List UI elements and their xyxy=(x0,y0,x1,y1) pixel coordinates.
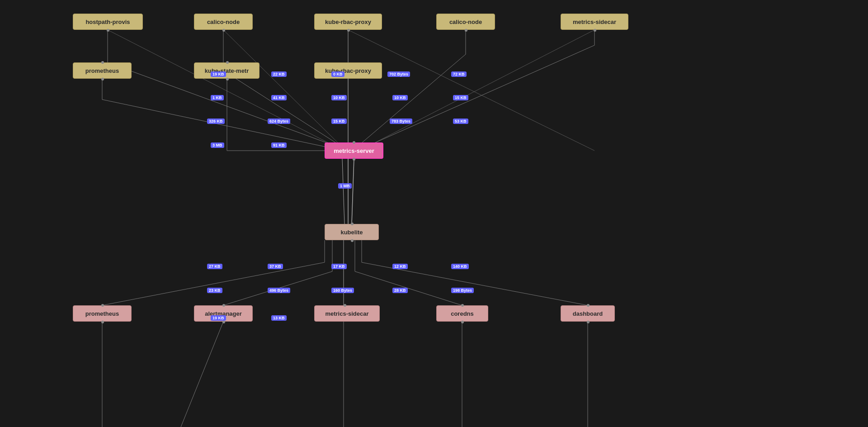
edge-label-22kb: 22 KB xyxy=(271,71,287,77)
node-metrics-sidecar-top[interactable]: metrics-sidecar xyxy=(561,14,628,30)
node-calico-node-top[interactable]: calico-node xyxy=(194,14,253,30)
edge-label-13kb: 13 KB xyxy=(271,315,287,321)
svg-line-23 xyxy=(355,271,462,305)
port-calico-top-bot xyxy=(222,29,225,32)
node-metrics-server[interactable]: metrics-server xyxy=(325,142,383,159)
edge-label-140kb: 140 KB xyxy=(451,264,469,269)
port-kube-rbac-top-bot xyxy=(347,29,350,32)
edge-label-17kb: 17 KB xyxy=(331,264,347,269)
node-label: dashboard xyxy=(573,310,603,317)
node-hostpath-provis[interactable]: hostpath-provis xyxy=(73,14,143,30)
edge-label-15kb-1: 15 KB xyxy=(453,95,468,100)
node-label: coredns xyxy=(451,310,474,317)
port-calico-top2-bot xyxy=(465,29,467,32)
svg-line-3 xyxy=(223,71,348,151)
node-kube-state-metr[interactable]: kube-state-metr xyxy=(194,62,259,79)
node-kube-rbac-proxy-top[interactable]: kube-rbac-proxy xyxy=(314,14,382,30)
port-coredns-bot xyxy=(461,321,464,323)
node-label: kubelite xyxy=(340,229,363,236)
node-label: hostpath-provis xyxy=(85,19,130,25)
edge-label-41kb: 41 KB xyxy=(271,95,287,100)
svg-line-26 xyxy=(348,30,594,151)
edge-label-23kb: 23 KB xyxy=(207,288,222,293)
node-label: kube-rbac-proxy xyxy=(325,19,371,25)
node-label: metrics-server xyxy=(334,147,374,154)
port-kube-state-bot xyxy=(226,78,229,81)
node-kubelite[interactable]: kubelite xyxy=(325,224,379,240)
node-label: metrics-sidecar xyxy=(325,310,368,317)
port-metrics-sidecar-top-bot xyxy=(594,29,596,32)
edge-label-198bytes: 198 Bytes xyxy=(451,288,474,293)
node-dashboard[interactable]: dashboard xyxy=(561,305,615,322)
svg-line-29 xyxy=(223,30,346,151)
edge-label-15kb-2: 15 KB xyxy=(331,119,347,124)
edge-label-10kb-1: 10 KB xyxy=(331,95,347,100)
svg-line-32 xyxy=(181,322,223,427)
port-metrics-sidecar-bot-top xyxy=(344,304,346,307)
port-dashboard-top xyxy=(587,304,590,307)
port-prometheus-bot-bot xyxy=(101,321,104,323)
node-prometheus-bot[interactable]: prometheus xyxy=(73,305,132,322)
edge-label-12kb: 12 KB xyxy=(392,264,408,269)
node-metrics-sidecar-bot[interactable]: metrics-sidecar xyxy=(314,305,380,322)
node-label: prometheus xyxy=(85,310,119,317)
port-kube-state-top xyxy=(226,61,229,64)
port-prometheus-bot-top xyxy=(101,304,104,307)
node-label: prometheus xyxy=(85,67,119,74)
svg-line-14 xyxy=(352,159,354,224)
node-label: metrics-sidecar xyxy=(573,19,616,25)
edge-label-326kb: 326 KB xyxy=(207,119,225,124)
node-label: calico-node xyxy=(449,19,482,25)
edge-label-160bytes: 160 Bytes xyxy=(331,288,354,293)
edge-label-496bytes: 496 Bytes xyxy=(268,288,290,293)
node-label: calico-node xyxy=(207,19,240,25)
edge-label-72kb: 72 KB xyxy=(451,71,467,77)
edge-label-3mb: 3 MB xyxy=(211,142,224,148)
edge-label-27kb: 27 KB xyxy=(207,264,222,269)
node-calico-node-top2[interactable]: calico-node xyxy=(436,14,495,30)
port-prometheus-top-bot xyxy=(101,78,104,81)
edge-label-1kb: 1 KB xyxy=(211,95,224,100)
edge-label-10kb-2: 10 KB xyxy=(392,95,408,100)
edge-label-19kb-bot: 19 KB xyxy=(211,315,226,321)
edge-label-19kb: 19 KB xyxy=(211,71,226,77)
port-alertmanager-bot xyxy=(222,321,225,323)
port-hostpath-provis-bot xyxy=(107,29,109,32)
port-alertmanager-top xyxy=(222,304,225,307)
edge-label-53kb: 53 KB xyxy=(453,119,468,124)
port-metrics-server-top xyxy=(353,141,355,144)
port-coredns-top xyxy=(461,304,464,307)
port-dashboard-bot xyxy=(587,321,590,323)
edge-label-624bytes: 624 Bytes xyxy=(268,119,290,124)
edge-label-37kb: 37 KB xyxy=(268,264,283,269)
port-kubelite-top xyxy=(351,223,354,225)
edge-label-1mb: 1 MB xyxy=(338,183,352,189)
edge-label-783bytes: 783 Bytes xyxy=(390,119,412,124)
port-metrics-server-bot xyxy=(353,158,355,161)
svg-line-30 xyxy=(359,30,594,151)
port-kubelite-bot xyxy=(351,239,354,242)
node-prometheus-top[interactable]: prometheus xyxy=(73,62,132,79)
edge-label-28kb: 28 KB xyxy=(392,288,408,293)
port-prometheus-top-top xyxy=(101,61,104,64)
edge-label-91kb: 91 KB xyxy=(271,142,287,148)
edge-label-0kb: 0 KB xyxy=(331,71,344,77)
node-kube-rbac-proxy-mid[interactable]: kube-rbac-proxy xyxy=(314,62,382,79)
svg-line-28 xyxy=(108,30,344,151)
node-coredns[interactable]: coredns xyxy=(436,305,488,322)
svg-line-16 xyxy=(342,159,344,224)
edge-label-702bytes: 702 Bytes xyxy=(387,71,410,77)
